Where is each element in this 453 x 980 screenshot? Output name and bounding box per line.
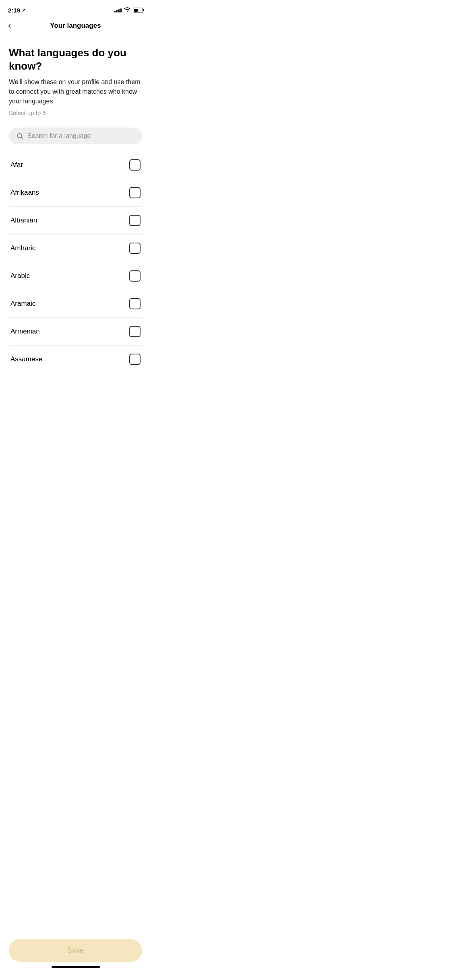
nav-bar: ‹ Your languages: [0, 18, 151, 34]
list-item[interactable]: Amharic: [9, 235, 142, 262]
svg-line-1: [21, 137, 23, 139]
list-item[interactable]: Assamese: [9, 346, 142, 373]
status-time: 2:19 ↗: [8, 7, 25, 14]
language-name: Afar: [10, 161, 23, 169]
list-item[interactable]: Afrikaans: [9, 179, 142, 207]
back-button[interactable]: ‹: [8, 21, 11, 30]
language-name: Assamese: [10, 355, 42, 363]
list-item[interactable]: Aramaic: [9, 290, 142, 318]
battery-icon: [133, 8, 143, 12]
list-item[interactable]: Albanian: [9, 207, 142, 235]
language-name: Arabic: [10, 272, 30, 280]
main-content: What languages do you know? We'll show t…: [0, 34, 151, 373]
list-item[interactable]: Afar: [9, 151, 142, 179]
language-checkbox[interactable]: [129, 243, 141, 254]
nav-title: Your languages: [50, 22, 101, 30]
language-checkbox[interactable]: [129, 215, 141, 226]
select-limit: Select up to 5: [9, 109, 142, 116]
page-heading: What languages do you know?: [9, 46, 142, 72]
wifi-icon: [124, 7, 130, 13]
location-icon: ↗: [22, 8, 25, 13]
language-checkbox[interactable]: [129, 354, 141, 365]
list-item[interactable]: Arabic: [9, 262, 142, 290]
language-name: Albanian: [10, 216, 37, 224]
language-name: Aramaic: [10, 300, 35, 308]
language-checkbox[interactable]: [129, 326, 141, 337]
search-container: [9, 128, 142, 144]
status-icons: [114, 7, 143, 13]
language-checkbox[interactable]: [129, 159, 141, 171]
search-icon: [16, 132, 23, 140]
language-name: Amharic: [10, 244, 35, 252]
list-item[interactable]: Armenian: [9, 318, 142, 346]
language-checkbox[interactable]: [129, 187, 141, 198]
language-name: Armenian: [10, 327, 40, 336]
signal-icon: [114, 8, 122, 12]
search-input-wrapper[interactable]: [9, 128, 142, 144]
search-input[interactable]: [27, 132, 135, 140]
language-name: Afrikaans: [10, 189, 39, 197]
language-checkbox[interactable]: [129, 298, 141, 309]
status-bar: 2:19 ↗: [0, 0, 151, 18]
page-description: We'll show these on your profile and use…: [9, 77, 142, 106]
language-checkbox[interactable]: [129, 270, 141, 282]
language-list: AfarAfrikaansAlbanianAmharicArabicAramai…: [9, 151, 142, 373]
